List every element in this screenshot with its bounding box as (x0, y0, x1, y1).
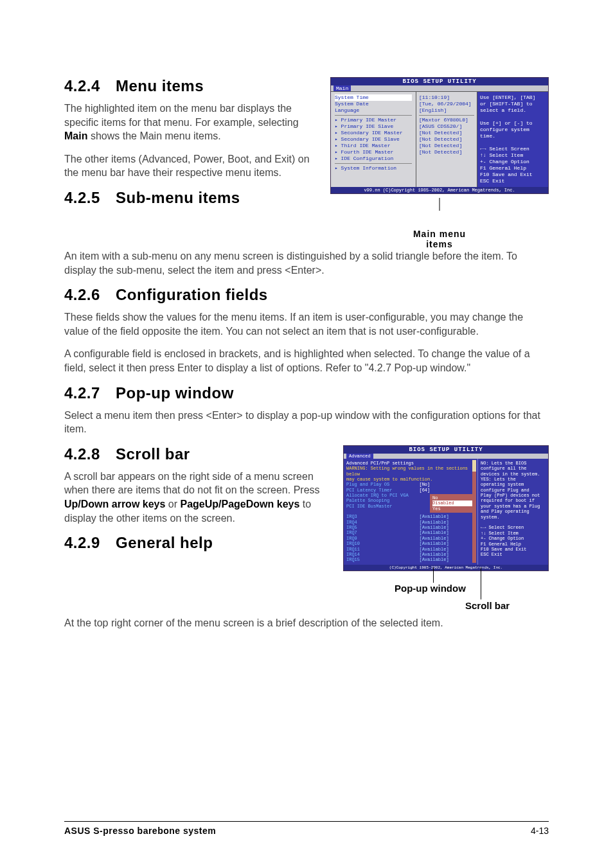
bios1-help-panel: Use [ENTER], [TAB] or [SHIFT-TAB] to sel… (477, 92, 548, 187)
bios2-footer: (C)Copyright 1985-2002, American Megatre… (344, 565, 548, 571)
para-426-1: These fields show the values for the men… (64, 310, 549, 338)
para-429-1: At the top right corner of the menu scre… (64, 616, 549, 630)
label-popup-window: Pop-up window (395, 583, 466, 594)
leader-line-icon (330, 198, 549, 211)
heading-428: 4.2.8Scroll bar (64, 445, 330, 463)
para-426-2: A configurable field is enclosed in brac… (64, 347, 549, 375)
bios2-menubar: Advanced (344, 454, 548, 459)
heading-429: 4.2.9General help (64, 534, 330, 552)
bios1-left-panel: System Time System Date Language ▸ Prima… (331, 92, 416, 187)
heading-426: 4.2.6Configuration fields (64, 286, 549, 304)
para-427-1: Select a menu item then press <Enter> to… (64, 409, 549, 436)
bios1-menubar: Main (331, 85, 548, 91)
footer-page-number: 4-13 (531, 826, 549, 836)
page-footer: ASUS S-presso barebone system 4-13 (64, 821, 549, 836)
heading-427: 4.2.7Pop-up window (64, 384, 549, 402)
para-425-1: An item with a sub-menu on any menu scre… (64, 249, 549, 277)
para-428-1: A scroll bar appears on the right side o… (64, 470, 330, 525)
bios1-values: [11:10:19] [Tue, 06/29/2004] [English] [… (416, 92, 477, 187)
bios1-caption: Main menu items (330, 229, 549, 249)
leader-line-icon (433, 567, 434, 583)
bios1-title: BIOS SETUP UTILITY (331, 78, 548, 85)
footer-product: ASUS S-presso barebone system (64, 826, 216, 836)
heading-424: 4.2.4Menu items (64, 77, 317, 95)
label-scroll-bar: Scroll bar (465, 600, 510, 611)
bios-screenshot-advanced: BIOS SETUP UTILITY Advanced Advanced PCI… (343, 445, 549, 571)
bios1-footer: v99.nn (C)Copyright 1985-2002, American … (331, 187, 548, 193)
bios2-title: BIOS SETUP UTILITY (344, 446, 548, 454)
para-424-2: The other items (Advanced, Power, Boot, … (64, 152, 317, 180)
bios2-left-panel: Advanced PCI/PnP settings WARNING: Setti… (344, 459, 477, 565)
bios2-scrollbar (472, 460, 476, 563)
para-424-1: The highlighted item on the menu bar dis… (64, 102, 317, 143)
heading-425: 4.2.5Sub-menu items (64, 189, 317, 207)
bios2-help-panel: NO: Lets the BIOS configure all the devi… (477, 459, 548, 565)
leader-line-icon (481, 567, 481, 599)
bios2-popup: No Disabled Yes (430, 494, 475, 513)
bios-screenshot-main: BIOS SETUP UTILITY Main System Time Syst… (330, 77, 549, 194)
